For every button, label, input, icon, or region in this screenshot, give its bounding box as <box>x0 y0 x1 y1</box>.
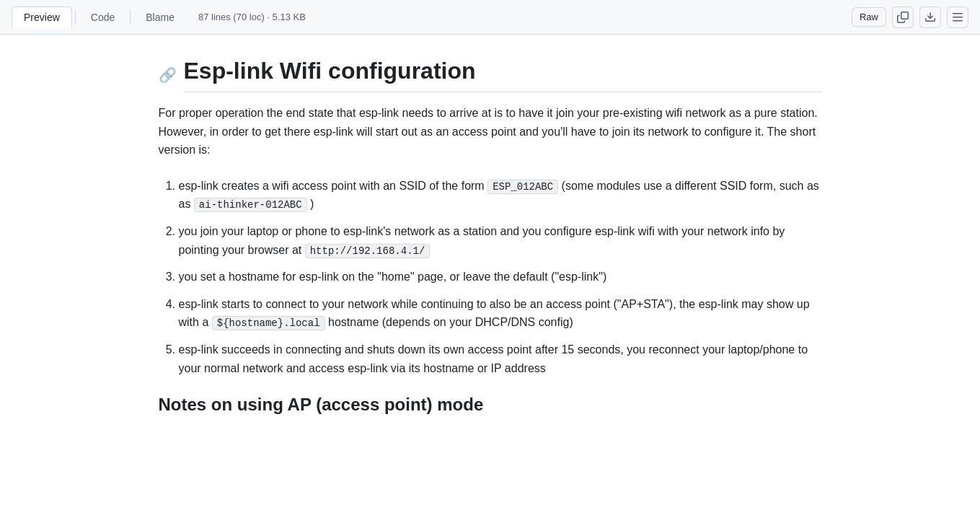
list-item-2: you join your laptop or phone to esp-lin… <box>179 222 822 259</box>
page-title-section: 🔗 Esp-link Wifi configuration <box>159 58 822 92</box>
step2-code1: http://192.168.4.1/ <box>305 244 431 258</box>
download-button[interactable] <box>919 6 941 28</box>
page-title: Esp-link Wifi configuration <box>184 58 822 92</box>
file-info: 87 lines (70 loc) · 5.13 KB <box>198 12 306 22</box>
list-item-5: esp-link succeeds in connecting and shut… <box>179 340 822 377</box>
list-item-3: you set a hostname for esp-link on the "… <box>179 268 822 286</box>
step5-text: esp-link succeeds in connecting and shut… <box>179 343 808 374</box>
step3-text: you set a hostname for esp-link on the "… <box>179 271 607 283</box>
list-item-1: esp-link creates a wifi access point wit… <box>179 177 822 214</box>
step2-text-before: you join your laptop or phone to esp-lin… <box>179 225 785 256</box>
tab-blame[interactable]: Blame <box>133 6 187 28</box>
step1-code1: ESP_012ABC <box>487 180 558 194</box>
step1-text-after: ) <box>307 198 314 210</box>
content-area: 🔗 Esp-link Wifi configuration For proper… <box>130 35 851 455</box>
list-item-4: esp-link starts to connect to your netwo… <box>179 295 822 332</box>
more-options-button[interactable] <box>947 6 968 28</box>
copy-button[interactable] <box>892 6 914 28</box>
steps-list: esp-link creates a wifi access point wit… <box>159 177 822 377</box>
tab-code[interactable]: Code <box>79 6 127 28</box>
raw-button[interactable]: Raw <box>852 7 886 27</box>
tab-preview[interactable]: Preview <box>12 6 72 28</box>
step1-as-label: as <box>179 198 194 210</box>
step4-text-after: hostname (depends on your DHCP/DNS confi… <box>325 316 573 328</box>
tab-separator-1 <box>75 10 76 25</box>
intro-paragraph: For proper operation the end state that … <box>159 104 822 159</box>
toolbar-right: Raw <box>852 6 968 28</box>
toolbar-left: Preview Code Blame 87 lines (70 loc) · 5… <box>12 6 306 28</box>
anchor-icon: 🔗 <box>159 66 177 84</box>
step4-code1: ${hostname}.local <box>212 316 325 330</box>
step1-code2: ai-thinker-012ABC <box>194 198 307 212</box>
toolbar: Preview Code Blame 87 lines (70 loc) · 5… <box>0 0 980 35</box>
tab-separator-2 <box>130 10 131 25</box>
step1-text-before: esp-link creates a wifi access point wit… <box>179 180 488 192</box>
section2-title: Notes on using AP (access point) mode <box>159 395 822 415</box>
